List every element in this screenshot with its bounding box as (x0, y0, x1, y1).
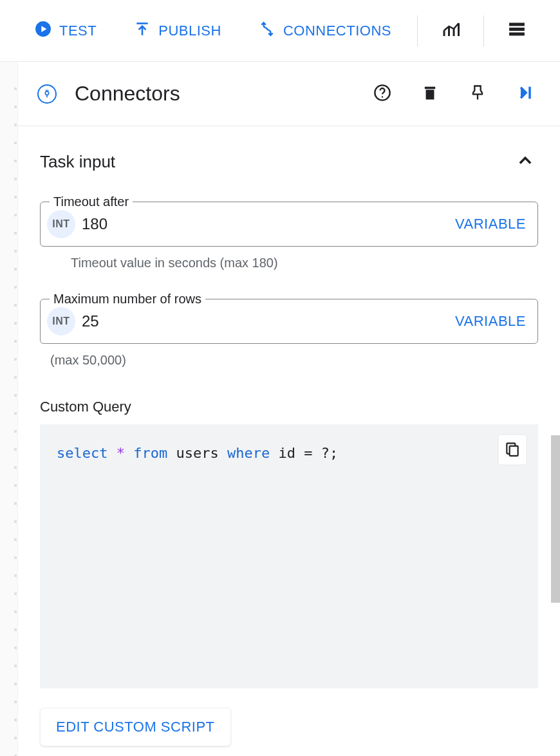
maxrows-label: Maximum number of rows (50, 292, 205, 307)
timeout-field-wrap: Timeout after INT VARIABLE Timeout value… (40, 202, 538, 270)
code-token: id = ?; (278, 445, 338, 461)
svg-point-15 (382, 96, 383, 97)
help-icon (373, 84, 391, 104)
svg-rect-9 (510, 33, 525, 35)
maxrows-field[interactable]: Maximum number of rows INT VARIABLE (40, 299, 538, 344)
left-gutter (0, 62, 18, 756)
svg-rect-16 (425, 87, 435, 90)
toolbar-separator (483, 15, 484, 46)
timeout-variable-button[interactable]: VARIABLE (455, 216, 526, 232)
delete-button[interactable] (417, 80, 443, 108)
code-token: * (117, 445, 125, 461)
side-panel: Connectors Task input (18, 62, 560, 756)
panel-header: Connectors (18, 62, 560, 126)
help-button[interactable] (369, 80, 395, 108)
scrollbar-thumb[interactable] (551, 435, 560, 603)
connections-button[interactable]: CONNECTIONS (250, 14, 400, 48)
custom-query-code[interactable]: select * from users where id = ?; (40, 424, 538, 688)
timeout-field[interactable]: Timeout after INT VARIABLE (40, 202, 538, 247)
chart-button[interactable] (434, 14, 467, 48)
test-button[interactable]: TEST (26, 14, 106, 48)
custom-query-label: Custom Query (18, 370, 560, 424)
connections-label: CONNECTIONS (283, 23, 391, 39)
connector-icon (37, 84, 57, 104)
test-label: TEST (59, 23, 97, 39)
panel-title: Connectors (75, 82, 369, 106)
timeout-input[interactable] (82, 215, 455, 233)
code-token: users (176, 445, 218, 461)
svg-rect-20 (510, 446, 518, 456)
menu-button[interactable] (501, 14, 533, 48)
chevron-up-icon (516, 152, 534, 172)
copy-icon (504, 440, 521, 459)
section-title: Task input (40, 152, 115, 172)
int-chip: INT (47, 307, 75, 335)
collapse-right-icon (516, 84, 534, 104)
svg-rect-17 (426, 90, 434, 99)
toolbar-separator (417, 15, 418, 46)
upload-icon (134, 21, 151, 41)
publish-button[interactable]: PUBLISH (125, 14, 230, 48)
edit-custom-script-button[interactable]: EDIT CUSTOM SCRIPT (40, 708, 231, 746)
code-token: select (57, 445, 107, 461)
pin-icon (469, 84, 487, 104)
chart-icon (441, 20, 460, 41)
svg-rect-7 (510, 23, 525, 26)
publish-label: PUBLISH (158, 23, 221, 39)
section-header[interactable]: Task input (18, 126, 560, 182)
timeout-label: Timeout after (50, 194, 133, 209)
int-chip: INT (47, 210, 75, 238)
trash-icon (421, 84, 439, 104)
code-token: where (227, 445, 270, 461)
maxrows-field-wrap: Maximum number of rows INT VARIABLE (max… (40, 299, 538, 368)
svg-point-10 (45, 91, 48, 95)
maxrows-helper: (max 50,000) (40, 344, 538, 368)
code-token: from (133, 445, 167, 461)
connections-icon (259, 21, 275, 41)
play-circle-icon (35, 21, 51, 41)
maxrows-input[interactable] (82, 312, 455, 330)
copy-button[interactable] (498, 435, 527, 465)
menu-icon (507, 20, 527, 41)
timeout-helper: Timeout value in seconds (max 180) (40, 247, 538, 270)
top-toolbar: TEST PUBLISH CONNECTIONS (0, 0, 560, 62)
svg-rect-8 (510, 28, 525, 31)
maxrows-variable-button[interactable]: VARIABLE (455, 313, 526, 330)
section-toggle[interactable] (512, 148, 538, 176)
pin-button[interactable] (465, 80, 490, 108)
collapse-button[interactable] (512, 80, 538, 108)
